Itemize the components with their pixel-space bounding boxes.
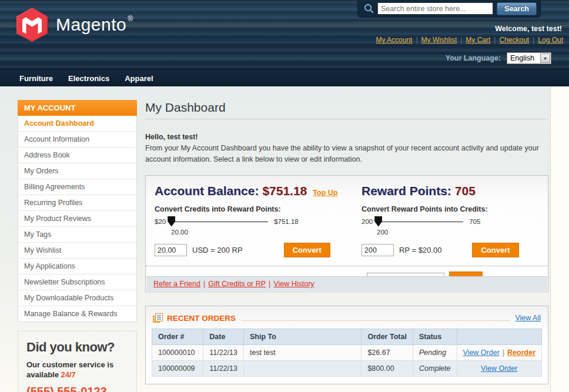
order-total: $800.00 (362, 361, 413, 377)
sidebar-link-my-downloadable-products[interactable]: My Downloadable Products (18, 290, 136, 306)
link-my-account[interactable]: My Account (376, 36, 412, 44)
convert-rewards-label: Convert Reward Points into Credits: (362, 205, 539, 213)
search-icon (364, 4, 374, 14)
sidebar-link-recurring-profiles[interactable]: Recurring Profiles (18, 195, 136, 210)
sidebar-link-account-information[interactable]: Account Information (18, 132, 136, 147)
language-selector-row: Your Language: English ▼ (446, 52, 551, 64)
sidebar-link-address-book[interactable]: Address Book (18, 148, 136, 163)
quick-links-bar: Refer a Friend Gift Credits or RP View H… (146, 276, 547, 291)
refer-a-friend-link[interactable]: Refer a Friend (153, 280, 200, 288)
sidebar-link-account-dashboard[interactable]: Account Dashboard (18, 116, 136, 131)
view-all-link[interactable]: View All (515, 314, 541, 322)
nav-item-apparel[interactable]: Apparel (117, 74, 160, 83)
language-select[interactable]: English ▼ (507, 52, 551, 64)
link-log-out[interactable]: Log Out (538, 36, 563, 44)
table-row: 100000010 11/22/13 test test $26.67 Pend… (152, 345, 542, 361)
rewards-slider: 200 705 (362, 218, 539, 225)
convert-credits-button[interactable]: Convert (284, 243, 330, 257)
sidebar-link-my-orders[interactable]: My Orders (18, 163, 136, 179)
sidebar-item-recurring-profiles: Recurring Profiles (18, 195, 136, 210)
gift-credits-link[interactable]: Gift Credits or RP (200, 280, 266, 288)
order-actions: View Order (457, 361, 541, 377)
chevron-down-icon[interactable]: ▼ (540, 53, 550, 63)
credits-slider-value: 20.00 (171, 229, 362, 236)
rewards-slider-handle[interactable] (374, 216, 382, 227)
credits-slider: $20 $751.18 (155, 218, 362, 225)
sidebar-item-billing-agreements: Billing Agreements (18, 179, 136, 195)
rewards-amount-input[interactable] (362, 244, 394, 256)
order-ship-to (243, 361, 361, 377)
reorder-link[interactable]: Reorder (507, 349, 535, 357)
credits-equation: USD = 200 RP (192, 246, 243, 254)
order-date: 11/22/13 (203, 361, 244, 377)
reward-points-value: 705 (455, 184, 476, 198)
column-date: Date (203, 329, 244, 345)
column-order-total: Order Total (362, 329, 413, 345)
rewards-slider-max: 705 (469, 218, 480, 225)
link-my-wishlist[interactable]: My Wishlist (421, 36, 457, 44)
magento-logo[interactable]: Magento® (16, 8, 133, 42)
link-checkout[interactable]: Checkout (499, 36, 529, 44)
rewards-slider-track[interactable] (376, 222, 463, 222)
rewards-slider-value: 200 (377, 229, 539, 236)
language-selected-value: English (507, 54, 540, 62)
sidebar-link-my-applications[interactable]: My Applications (18, 259, 136, 274)
order-number: 100000009 (152, 361, 203, 377)
account-balance-value: $751.18 (262, 184, 307, 198)
credits-slider-min: $20 (155, 218, 166, 225)
welcome-message: Welcome, test test! (495, 25, 562, 33)
column-order-number: Order # (152, 329, 203, 345)
sidebar-item-my-tags: My Tags (18, 226, 136, 242)
account-menu: Account Dashboard Account Information Ad… (18, 116, 136, 321)
sidebar-link-manage-balance-rewards[interactable]: Manage Balance & Rewards (18, 306, 136, 321)
logo-registered-mark: ® (128, 15, 133, 23)
sidebar-link-my-wishlist[interactable]: My Wishlist (18, 243, 136, 258)
order-status: Complete (413, 361, 457, 377)
greeting: Hello, test test! (145, 133, 548, 141)
column-ship-to: Ship To (243, 329, 361, 345)
sidebar-item-my-product-reviews: My Product Reviews (18, 210, 136, 226)
nav-item-furniture[interactable]: Furniture (12, 74, 61, 83)
convert-rewards-button[interactable]: Convert (472, 243, 518, 257)
sidebar-item-account-dashboard: Account Dashboard (18, 116, 136, 131)
did-you-know-title: Did you know? (26, 340, 128, 355)
magento-logo-icon (16, 8, 48, 42)
sidebar-link-newsletter-subscriptions[interactable]: Newsletter Subscriptions (18, 274, 136, 290)
order-total: $26.67 (362, 345, 413, 361)
sidebar-item-my-downloadable-products: My Downloadable Products (18, 290, 136, 306)
rewards-equation: RP = $20.00 (399, 246, 441, 254)
top-up-link[interactable]: Top Up (313, 189, 337, 197)
orders-table-header: Order # Date Ship To Order Total Status (152, 329, 542, 345)
view-order-link[interactable]: View Order (463, 349, 500, 357)
search-input[interactable] (377, 2, 493, 15)
customer-service-hours: 24/7 (61, 370, 76, 379)
view-order-link[interactable]: View Order (481, 364, 517, 373)
account-balance-section: Account Balance: $751.18 Top Up Convert … (155, 184, 362, 257)
credits-slider-handle[interactable] (168, 216, 175, 227)
sidebar-link-billing-agreements[interactable]: Billing Agreements (18, 179, 136, 195)
link-my-cart[interactable]: My Cart (466, 36, 490, 44)
sidebar-item-my-orders: My Orders (18, 163, 136, 179)
search-button[interactable]: Search (497, 2, 537, 15)
customer-service-text: Our customer service is available 24/7 (26, 360, 128, 380)
account-balance-label: Account Balance: (155, 184, 259, 198)
link-separator: | (460, 36, 462, 44)
convert-credits-label: Convert Credits into Reward Points: (155, 205, 362, 213)
sidebar-item-newsletter-subscriptions: Newsletter Subscriptions (18, 274, 136, 290)
view-history-link[interactable]: View History (266, 280, 314, 288)
credits-slider-track[interactable] (169, 222, 268, 222)
credits-amount-input[interactable] (155, 244, 187, 256)
sidebar-item-my-wishlist: My Wishlist (18, 242, 136, 258)
dashboard-intro: From your My Account Dashboard you have … (145, 143, 548, 165)
recent-orders-panel: RECENT ORDERS View All Order # Date Ship… (145, 306, 548, 384)
sidebar-item-account-information: Account Information (18, 131, 136, 147)
nav-item-electronics[interactable]: Electronics (61, 74, 117, 83)
orders-dotted-rule (242, 315, 509, 321)
balance-rewards-panel: Account Balance: $751.18 Top Up Convert … (145, 175, 548, 292)
logo-text: Magento (56, 15, 126, 35)
sidebar-item-manage-balance-rewards: Manage Balance & Rewards (18, 306, 136, 321)
sidebar-link-my-tags[interactable]: My Tags (18, 227, 136, 242)
sidebar-link-my-product-reviews[interactable]: My Product Reviews (18, 211, 136, 226)
credits-slider-max: $751.18 (274, 218, 299, 225)
reward-points-section: Reward Points: 705 Convert Reward Points… (362, 184, 539, 257)
